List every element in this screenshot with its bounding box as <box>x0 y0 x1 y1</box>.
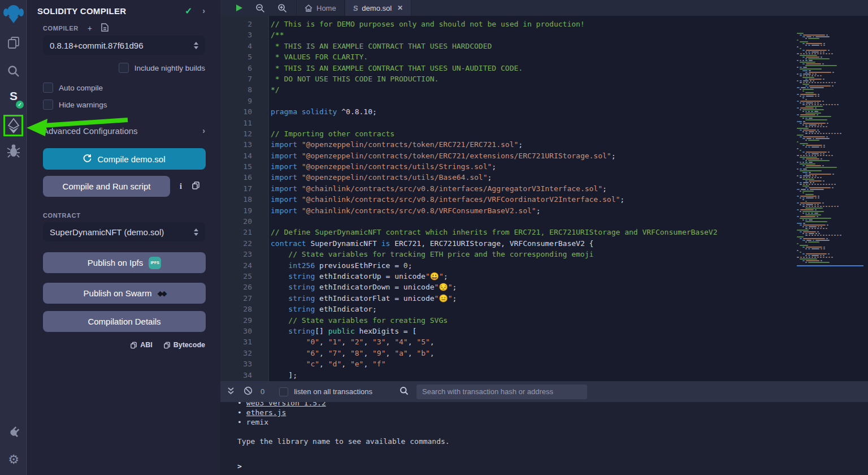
publish-swarm-button[interactable]: Publish on Swarm ◆◆ <box>43 283 206 304</box>
listen-transactions-label: listen on all transactions <box>294 387 372 396</box>
code-line: 10pragma solidity ^0.8.10; <box>220 106 868 117</box>
contract-select[interactable]: SuperDynamicNFT (demo.sol) <box>43 222 205 241</box>
compile-success-check-icon: ✓ <box>185 6 192 16</box>
tab-demo-sol[interactable]: S demo.sol ✕ <box>345 0 411 16</box>
editor-tabbar: Home S demo.sol ✕ <box>220 0 868 16</box>
auto-compile-label: Auto compile <box>59 84 103 92</box>
compile-and-run-button[interactable]: Compile and Run script <box>43 176 170 197</box>
code-line: 18import "@chainlink/contracts/src/v0.8/… <box>220 194 868 205</box>
code-line: 22contract SuperDynamicNFT is ERC721, ER… <box>220 238 868 249</box>
code-line: 8*/ <box>220 84 868 95</box>
code-line: 21// Define SuperDynamicNFT contract whi… <box>220 227 868 238</box>
terminal-link-line[interactable]: •web3 version 1.5.2 <box>237 402 868 408</box>
copy-icon[interactable] <box>192 182 199 192</box>
expand-terminal-icon[interactable] <box>227 387 235 397</box>
select-stepper-icon <box>194 42 198 49</box>
code-line: 6 * THIS IS AN EXAMPLE CONTRACT THAT USE… <box>220 63 868 74</box>
clear-console-icon[interactable] <box>244 386 253 398</box>
solidity-file-icon: S <box>353 4 358 12</box>
include-nightly-label: Include nightly builds <box>134 64 205 72</box>
code-line: 19import "@chainlink/contracts/src/v0.8/… <box>220 205 868 216</box>
info-icon[interactable]: i <box>180 182 182 191</box>
code-line: 16import "@openzeppelin/contracts/utils/… <box>220 172 868 183</box>
terminal-output[interactable]: •web3 version 1.5.2•ethers.js•remixType … <box>220 402 868 475</box>
copy-icon <box>164 342 170 349</box>
code-editor[interactable]: 2// This is for DEMO purposes only and s… <box>220 16 868 381</box>
terminal-region: 0 listen on all transactions •web3 versi… <box>220 381 868 475</box>
annotation-highlight-box <box>3 115 23 136</box>
search-icon[interactable] <box>0 64 27 78</box>
code-line: 26 string ethIndicatorDown = unicode"😔"; <box>220 282 868 292</box>
add-compiler-icon[interactable]: + <box>88 24 92 32</box>
code-line: 30 string[] public hexDigits = [ <box>220 326 868 336</box>
terminal-prompt[interactable]: > <box>237 462 868 470</box>
code-line: 12// Importing other contracts <box>220 128 868 139</box>
editor-region: Home S demo.sol ✕ 2// This is for DEMO p… <box>220 0 868 381</box>
code-line: 32 "6", "7", "8", "9", "a", "b", <box>220 348 868 359</box>
solidity-compiler-panel: SOLIDITY COMPILER ✓ › COMPILER + 0.8.18+… <box>28 0 220 475</box>
code-line: 13import "@openzeppelin/contracts/token/… <box>220 139 868 150</box>
run-script-play-button[interactable] <box>235 0 243 16</box>
tab-home[interactable]: Home <box>296 0 345 16</box>
copy-bytecode-button[interactable]: Bytecode <box>164 341 205 349</box>
code-line: 28 string ethIndicator; <box>220 304 868 314</box>
copy-abi-button[interactable]: ABI <box>131 341 153 349</box>
swarm-icon: ◆◆ <box>157 289 165 297</box>
copy-icon <box>131 342 137 349</box>
close-tab-icon[interactable]: ✕ <box>397 4 403 12</box>
code-line: 15import "@openzeppelin/contracts/utils/… <box>220 161 868 172</box>
solidity-compiler-icon[interactable]: S ✓ <box>0 89 27 107</box>
code-line: 23 // State variables for tracking ETH p… <box>220 249 868 260</box>
terminal-search-icon <box>400 386 409 398</box>
zoom-out-icon[interactable] <box>255 0 265 16</box>
code-line: 33 "c", "d", "e", "f" <box>220 359 868 369</box>
code-line: 14import "@openzeppelin/contracts/token/… <box>220 150 868 161</box>
code-line: 11 <box>220 118 868 128</box>
code-line: 4 * THIS IS AN EXAMPLE CONTRACT THAT USE… <box>220 41 868 51</box>
compile-button[interactable]: Compile demo.sol <box>43 148 206 170</box>
remix-logo-icon[interactable] <box>0 3 27 25</box>
include-nightly-checkbox[interactable] <box>119 63 129 73</box>
settings-gear-icon[interactable]: ⚙ <box>0 452 27 467</box>
minimap[interactable] <box>797 33 863 266</box>
select-stepper-icon <box>194 228 198 236</box>
code-line: 3/** <box>220 29 868 40</box>
home-icon <box>305 5 313 12</box>
file-explorer-icon[interactable] <box>0 36 27 50</box>
code-line: 24 int256 previousEthPrice = 0; <box>220 260 868 271</box>
compiler-section-label: COMPILER <box>43 25 79 32</box>
code-line: 9 <box>220 96 868 106</box>
code-line: 17import "@chainlink/contracts/src/v0.8/… <box>220 183 868 194</box>
code-line: 2// This is for DEMO purposes only and s… <box>220 19 868 29</box>
code-line: 25 string ethIndicatorUp = unicode"😀"; <box>220 271 868 282</box>
code-line: 34 ]; <box>220 370 868 381</box>
code-line: 27 string ethIndicatorFlat = unicode"😑"; <box>220 293 868 304</box>
compilation-details-button[interactable]: Compilation Details <box>43 311 206 332</box>
auto-compile-checkbox[interactable] <box>43 83 53 93</box>
zoom-in-icon[interactable] <box>277 0 287 16</box>
compiler-version-select[interactable]: 0.8.18+commit.87f61d96 <box>43 36 205 55</box>
annotation-arrow <box>24 111 131 138</box>
hide-warnings-checkbox[interactable] <box>43 100 53 110</box>
terminal-text-line <box>237 427 868 437</box>
publish-ipfs-button[interactable]: Publish on Ipfs IPFS <box>43 252 206 273</box>
hide-warnings-label: Hide warnings <box>59 101 107 109</box>
terminal-text-line: Type the library name to see available c… <box>237 437 868 446</box>
terminal-text-line: •remix <box>237 417 868 427</box>
debugger-icon[interactable] <box>0 144 27 158</box>
terminal-link-line[interactable]: •ethers.js <box>237 408 868 417</box>
panel-collapse-chevron-icon[interactable]: › <box>202 6 205 15</box>
transaction-count: 0 <box>261 387 264 396</box>
compiled-check-badge: ✓ <box>16 101 24 109</box>
terminal-toolbar: 0 listen on all transactions <box>220 381 868 402</box>
compiler-doc-icon[interactable] <box>101 23 108 34</box>
plugin-manager-icon[interactable] <box>0 425 27 439</box>
advanced-chevron-icon: › <box>202 126 205 135</box>
terminal-search-input[interactable] <box>416 385 587 399</box>
panel-title: SOLIDITY COMPILER <box>37 6 185 16</box>
code-lines: 2// This is for DEMO purposes only and s… <box>220 19 868 381</box>
listen-transactions-checkbox[interactable] <box>279 387 288 396</box>
activity-bar: S ✓ ⚙ <box>0 0 27 475</box>
code-line: 7 * DO NOT USE THIS CODE IN PRODUCTION. <box>220 74 868 84</box>
compile-refresh-icon <box>83 154 92 164</box>
